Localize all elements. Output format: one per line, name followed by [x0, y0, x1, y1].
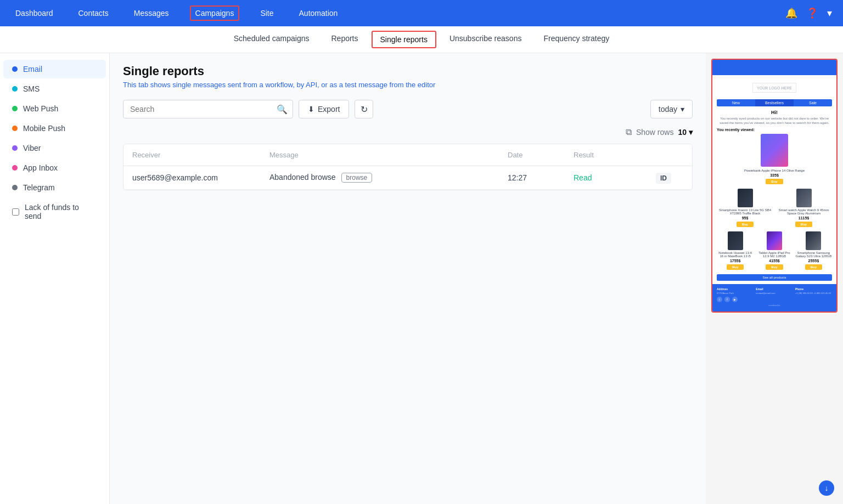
mobilepush-dot [12, 126, 18, 131]
subnav-unsubscribe[interactable]: Unsubscribe reasons [439, 26, 533, 53]
preview-logo-area: YOUR LOGO HERE [712, 78, 836, 97]
facebook-icon[interactable]: f [724, 297, 730, 302]
preview-product-laptop: Notebook Huawei 13.6 16 in MateBook 13 i… [717, 231, 754, 270]
help-icon[interactable]: ❓ [806, 7, 818, 19]
preview-watch-price: 1115$ [799, 216, 809, 220]
preview-section-title: You recently viewed: [717, 128, 832, 132]
preview-main-product: Powerbank Apple iPhone 14 Olive Range 33… [717, 134, 832, 184]
preview-footer-phone-text: +1 (36) 305-62-63 +1-800-123-45-00 [795, 292, 832, 295]
subnav-scheduled[interactable]: Scheduled campaigns [223, 26, 321, 53]
preview-products-row-2: Notebook Huawei 13.6 16 in MateBook 13 i… [717, 231, 832, 270]
preview-watch-name: Smart watch Apple Watch 9 45mm Space Gra… [775, 208, 832, 215]
sidebar: Email SMS Web Push Mobile Push Viber App… [0, 53, 110, 504]
nav-automation[interactable]: Automation [295, 7, 342, 20]
cell-id[interactable]: ID [656, 173, 683, 182]
sidebar-label-email: Email [23, 65, 42, 73]
rows-count-chevron: ▾ [689, 128, 693, 137]
preview-samsung-price: 2555$ [808, 259, 819, 263]
preview-tab-sale: Sale [794, 99, 832, 106]
show-rows-bar: ⧉ Show rows 10 ▾ [123, 127, 693, 137]
subtitle-text-start: This tab shows single messages sent [123, 81, 243, 89]
nav-site[interactable]: Site [256, 7, 278, 20]
preview-footer-phone-title: Phone [795, 287, 832, 291]
twitter-icon[interactable]: t [717, 297, 722, 302]
email-preview-inner: YOUR LOGO HERE New Bestsellers Sale Hi! … [712, 60, 836, 312]
toolbar: 🔍 ⬇ Export ↻ today ▾ [123, 100, 693, 118]
notification-icon[interactable]: 🔔 [785, 7, 797, 19]
user-menu-icon[interactable]: ▾ [827, 7, 832, 19]
rows-count-value: 10 [678, 128, 687, 137]
preview-samsung-name: Smartphone Samsung Galaxy S23 Ultra 128G… [795, 251, 832, 258]
lack-funds-label: Lack of funds to send [25, 203, 97, 220]
sidebar-item-app-inbox[interactable]: App Inbox [3, 158, 106, 177]
preview-body-text: You recently eyed products on our websit… [717, 116, 832, 126]
preview-phone-price: 95$ [742, 216, 749, 220]
sidebar-label-mobilepush: Mobile Push [23, 124, 65, 133]
preview-tab-bestsellers: Bestsellers [755, 99, 794, 106]
preview-scroll-btn[interactable]: ↓ [819, 480, 834, 496]
message-text: Abandoned browse [269, 173, 336, 182]
date-picker[interactable]: today ▾ [650, 100, 693, 118]
subnav-single-reports[interactable]: Single reports [372, 31, 436, 48]
message-tag[interactable]: browse [341, 173, 373, 183]
preview-tabs: New Bestsellers Sale [717, 99, 832, 106]
sidebar-label-viber: Viber [23, 144, 41, 152]
preview-main-buy-btn[interactable]: Buy [766, 179, 783, 184]
preview-footer-address: Address 9779 Manor Park [717, 287, 754, 295]
preview-samsung-buy[interactable]: Buy [805, 264, 822, 270]
sidebar-lack-funds[interactable]: Lack of funds to send [3, 198, 106, 225]
preview-phone-img [738, 189, 753, 207]
preview-footer-address-title: Address [717, 287, 754, 291]
nav-contacts[interactable]: Contacts [74, 7, 113, 20]
preview-see-all-btn[interactable]: See all products [717, 274, 832, 281]
preview-watch-img [796, 189, 812, 207]
sidebar-item-mobile-push[interactable]: Mobile Push [3, 119, 106, 138]
sidebar-item-viber[interactable]: Viber [3, 139, 106, 157]
preview-tablet-img [767, 231, 782, 250]
nav-messages[interactable]: Messages [130, 7, 173, 20]
sidebar-label-telegram: Telegram [23, 183, 55, 192]
preview-laptop-name: Notebook Huawei 13.6 16 in MateBook 13 i… [717, 251, 754, 258]
preview-tablet-buy[interactable]: Buy [766, 264, 783, 270]
copy-icon[interactable]: ⧉ [626, 127, 632, 137]
preview-footer-email-text: contact@email.com [756, 292, 793, 295]
preview-social-icons: t f ▶ [717, 297, 832, 302]
preview-footer-email-title: Email [756, 287, 793, 291]
sidebar-item-email[interactable]: Email [3, 60, 106, 78]
preview-footer-phone: Phone +1 (36) 305-62-63 +1-800-123-45-00 [795, 287, 832, 295]
col-receiver: Receiver [132, 151, 269, 159]
search-input[interactable] [123, 100, 293, 118]
preview-footer-address-text: 9779 Manor Park [717, 292, 754, 295]
subnav-frequency[interactable]: Frequency strategy [532, 26, 620, 53]
youtube-icon[interactable]: ▶ [732, 297, 738, 302]
id-badge[interactable]: ID [656, 173, 671, 184]
search-icon: 🔍 [277, 104, 288, 115]
lack-funds-checkbox[interactable] [12, 208, 19, 216]
cell-receiver: user5689@example.com [132, 173, 269, 182]
nav-dashboard[interactable]: Dashboard [11, 7, 58, 20]
subnav-reports[interactable]: Reports [320, 26, 369, 53]
email-preview-panel: YOUR LOGO HERE New Bestsellers Sale Hi! … [711, 59, 838, 313]
cell-message: Abandoned browse browse [269, 173, 508, 183]
refresh-button[interactable]: ↻ [355, 100, 373, 118]
date-chevron-icon: ▾ [681, 105, 684, 114]
sidebar-item-telegram[interactable]: Telegram [3, 178, 106, 197]
preview-header-bar [712, 60, 836, 75]
sidebar-item-sms[interactable]: SMS [3, 80, 106, 98]
rows-count-select[interactable]: 10 ▾ [678, 128, 693, 137]
preview-phone-buy[interactable]: Buy [737, 222, 754, 227]
preview-tablet-name: Tablet Apple iPad Pro 12.9 M2 128GB [756, 251, 793, 258]
nav-campaigns[interactable]: Campaigns [190, 5, 240, 21]
preview-watch-buy[interactable]: Buy [795, 222, 812, 227]
sidebar-label-sms: SMS [23, 84, 40, 93]
preview-laptop-buy[interactable]: Buy [727, 264, 744, 270]
export-button[interactable]: ⬇ Export [299, 100, 349, 118]
telegram-dot [12, 185, 18, 190]
sub-navigation: Scheduled campaigns Reports Single repor… [0, 26, 843, 53]
main-layout: Email SMS Web Push Mobile Push Viber App… [0, 53, 843, 504]
sidebar-label-appinbox: App Inbox [23, 163, 58, 172]
col-result: Result [574, 151, 656, 159]
col-actions [656, 151, 683, 159]
sidebar-item-web-push[interactable]: Web Push [3, 99, 106, 118]
table-row: user5689@example.com Abandoned browse br… [123, 166, 692, 190]
